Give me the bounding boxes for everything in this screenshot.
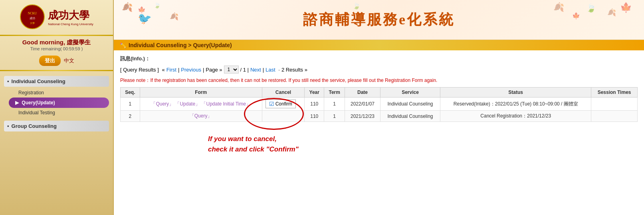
logout-button[interactable]: 登出 bbox=[39, 56, 61, 66]
row2-query-link[interactable]: 「Query」 bbox=[190, 113, 212, 119]
col-service: Service bbox=[380, 88, 440, 98]
col-cancel: Cancel bbox=[262, 88, 305, 98]
first-page-link[interactable]: First bbox=[166, 67, 176, 73]
col-year: Year bbox=[305, 88, 324, 98]
sidebar-menu: ▪ Individual Counseling Registration ▶ Q… bbox=[0, 73, 113, 135]
row1-year: 110 bbox=[305, 98, 324, 111]
logo-english: National Cheng Kung University bbox=[48, 22, 93, 26]
row2-term: 1 bbox=[324, 111, 345, 122]
time-remaining: Time remaining( 00:59:59 ) bbox=[0, 46, 113, 51]
row1-query-link[interactable]: 「Query」 bbox=[151, 101, 174, 107]
header-banner: 🍂 🍁 🍃 🍂 🐦 🍁 🍂 🍃 🍁 🍂 🍃 諮商輔導服務e化系統 bbox=[114, 0, 644, 40]
confirm-button[interactable]: ☑ Confirm bbox=[266, 100, 296, 108]
individual-testing-label: Individual Testing bbox=[18, 110, 55, 115]
checkbox-checked-icon: ☑ bbox=[269, 101, 274, 107]
sidebar-item-individual-testing[interactable]: Individual Testing bbox=[9, 108, 109, 117]
banner-title: 諮商輔導服務e化系統 bbox=[303, 10, 455, 30]
main-content: 🍂 🍁 🍃 🍂 🐦 🍁 🍂 🍃 🍁 🍂 🍃 諮商輔導服務e化系統 ✏️ Indi… bbox=[114, 0, 644, 215]
sidebar-item-registration[interactable]: Registration bbox=[9, 88, 109, 98]
table-row: 2 「Query」 110 1 2021/12/23 Individual Co… bbox=[121, 111, 638, 122]
individual-counseling-label: Individual Counseling bbox=[12, 78, 65, 84]
total-pages: / 1 | bbox=[240, 67, 249, 73]
sidebar-item-query-update[interactable]: ▶ Query(Update) bbox=[9, 98, 109, 108]
content-area: 訊息(Info.)： [ Query Results ] « First | P… bbox=[114, 50, 644, 215]
page-select[interactable]: 1 bbox=[224, 66, 239, 74]
sidebar: NCKU 成功 大學 成功大學 National Cheng Kung Univ… bbox=[0, 0, 114, 215]
col-term: Term bbox=[324, 88, 345, 98]
col-date: Date bbox=[345, 88, 380, 98]
svg-text:成功: 成功 bbox=[30, 17, 35, 20]
row1-date: 2022/01/07 bbox=[345, 98, 380, 111]
row1-session-times bbox=[591, 98, 638, 111]
svg-text:大學: 大學 bbox=[30, 22, 35, 24]
page-label: Page » bbox=[206, 67, 222, 73]
annotation-area: If you want to cancel, check it and clic… bbox=[120, 122, 638, 170]
plus-icon: ▪ bbox=[7, 123, 9, 129]
query-update-label: Query(Update) bbox=[22, 100, 55, 106]
breadcrumb-bar: ✏️ Individual Counseling > Query(Update) bbox=[114, 40, 644, 50]
previous-page-link[interactable]: Previous bbox=[181, 67, 201, 73]
table-row: 1 「Query」 「Update」 「Update Initial Time」… bbox=[121, 98, 638, 111]
row1-status: Reserved(Intake)：2022/01/25 (Tue) 08:10~… bbox=[440, 98, 591, 111]
confirm-label: Confirm bbox=[275, 101, 292, 107]
info-label: 訊息(Info.)： bbox=[120, 55, 638, 62]
instruction-text: If you want to cancel, check it and clic… bbox=[208, 134, 299, 154]
col-form: Form bbox=[140, 88, 262, 98]
row1-term: 1 bbox=[324, 98, 345, 111]
breadcrumb-icon: ✏️ bbox=[120, 42, 126, 48]
list-icon: ▪ bbox=[7, 78, 9, 84]
col-seq: Seq. bbox=[121, 88, 140, 98]
row2-seq: 2 bbox=[121, 111, 140, 122]
pagination-separator: « bbox=[161, 67, 165, 73]
svg-text:NCKU: NCKU bbox=[28, 12, 37, 15]
language-button[interactable]: 中文 bbox=[64, 57, 74, 64]
col-status: Status bbox=[440, 88, 591, 98]
registration-label: Registration bbox=[18, 90, 44, 96]
sidebar-item-individual-counseling[interactable]: ▪ Individual Counseling bbox=[4, 76, 109, 87]
row2-year: 110 bbox=[305, 111, 324, 122]
row1-seq: 1 bbox=[121, 98, 140, 111]
row2-date: 2021/12/23 bbox=[345, 111, 380, 122]
results-count: 2 Results » bbox=[281, 67, 307, 73]
good-morning-text: Good morning, 虛擬學生 bbox=[0, 39, 113, 46]
row2-form: 「Query」 bbox=[140, 111, 262, 122]
next-page-link[interactable]: Next bbox=[250, 67, 261, 73]
row2-cancel bbox=[262, 111, 305, 122]
breadcrumb-text: Individual Counseling > Query(Update) bbox=[129, 42, 232, 48]
row2-session-times bbox=[591, 111, 638, 122]
row2-status: Cancel Registration：2021/12/23 bbox=[440, 111, 591, 122]
row1-update-initial-link[interactable]: 「Update Initial Time」 bbox=[201, 101, 250, 107]
row1-form: 「Query」 「Update」 「Update Initial Time」 bbox=[140, 98, 262, 111]
group-counseling-label: Group Counseling bbox=[12, 123, 57, 129]
last-page-link[interactable]: Last bbox=[266, 67, 275, 73]
logo-chinese: 成功大學 bbox=[48, 8, 93, 22]
pagination-row: [ Query Results ] « First | Previous | P… bbox=[120, 66, 638, 74]
greeting-area: Good morning, 虛擬學生 Time remaining( 00:59… bbox=[0, 37, 113, 53]
query-update-icon: ▶ bbox=[15, 100, 19, 106]
query-results-label: [ Query Results ] bbox=[120, 67, 159, 73]
warning-text: Please note：If the registration has been… bbox=[120, 77, 638, 84]
sidebar-item-group-counseling[interactable]: ▪ Group Counseling bbox=[4, 121, 109, 131]
row1-update-link[interactable]: 「Update」 bbox=[175, 101, 200, 107]
row2-service: Individual Counseling bbox=[380, 111, 440, 122]
row1-service: Individual Counseling bbox=[380, 98, 440, 111]
logo-area: NCKU 成功 大學 成功大學 National Cheng Kung Univ… bbox=[0, 0, 113, 34]
data-table: Seq. Form Cancel Year Term Date Service … bbox=[120, 87, 638, 122]
row1-cancel: ☑ Confirm bbox=[262, 98, 305, 111]
col-session-times: Session Times bbox=[591, 88, 638, 98]
